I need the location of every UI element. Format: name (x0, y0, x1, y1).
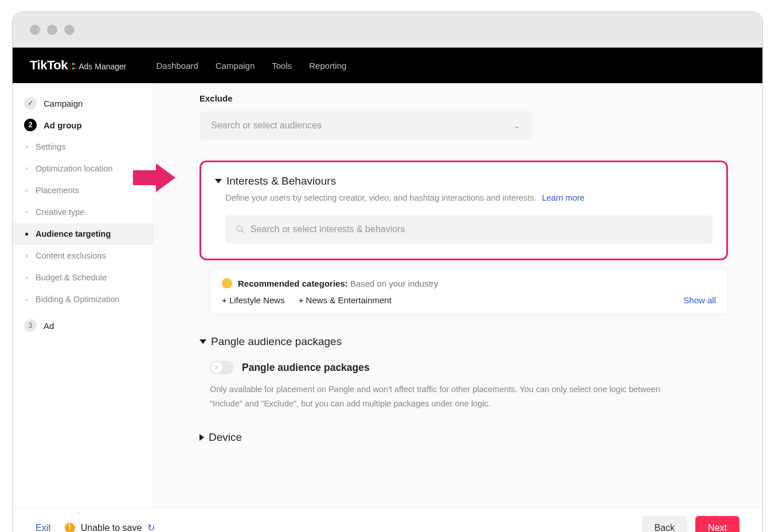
svg-line-1 (241, 230, 244, 233)
step-adgroup[interactable]: 2 Ad group (13, 114, 153, 136)
recommended-chips-row: + Lifestyle News + News & Entertainment … (222, 295, 716, 305)
show-all-link[interactable]: Show all (683, 295, 716, 305)
pangle-toggle-row: ✕ Pangle audience packages (210, 361, 728, 374)
section-header[interactable]: Interests & Behaviours (215, 175, 713, 187)
section-description: Define your users by selecting creator, … (225, 193, 713, 202)
status-text: Unable to save (81, 523, 142, 533)
sidebar-item-audience-targeting[interactable]: Audience targeting (13, 223, 153, 245)
window-dot (30, 25, 40, 35)
footer-right: Back Next (642, 516, 739, 533)
search-placeholder: Search or select interests & behaviors (250, 224, 405, 234)
save-status: Unable to save ↻ (65, 522, 155, 532)
highlight-arrow-icon (133, 163, 175, 192)
chip-lifestyle-news[interactable]: + Lifestyle News (222, 295, 285, 305)
caret-down-icon (215, 179, 222, 183)
sidebar-item-bidding-optimization[interactable]: Bidding & Optimization (13, 288, 153, 310)
step-campaign[interactable]: ✓ Campaign (13, 92, 153, 114)
sidebar-item-content-exclusions[interactable]: Content exclusions (13, 245, 153, 267)
lightbulb-icon (222, 278, 232, 288)
section-title: Interests & Behaviours (226, 175, 336, 187)
sidebar: ✓ Campaign 2 Ad group Settings Optimizat… (13, 83, 154, 507)
warning-icon (65, 523, 75, 533)
top-nav: TikTok: Ads Manager Dashboard Campaign T… (13, 48, 762, 83)
next-button[interactable]: Next (695, 516, 739, 533)
learn-more-link[interactable]: Learn more (542, 193, 584, 202)
caret-down-icon (199, 339, 206, 344)
sidebar-item-budget-schedule[interactable]: Budget & Schedule (13, 267, 153, 288)
step-number-badge: 2 (24, 119, 37, 131)
brand-name: TikTok (30, 58, 68, 73)
footer-left: Exit Unable to save ↻ (36, 522, 155, 532)
toggle-label: Pangle audience packages (242, 362, 370, 374)
step-label: Ad group (44, 120, 82, 130)
interests-behaviours-section: Interests & Behaviours Define your users… (199, 161, 728, 260)
chip-row: + Lifestyle News + News & Entertainment (222, 295, 392, 305)
svg-point-0 (237, 226, 242, 231)
pangle-toggle[interactable]: ✕ (210, 361, 234, 374)
step-ad[interactable]: 3 Ad (13, 315, 153, 337)
step-label: Ad (44, 321, 54, 331)
sidebar-item-settings[interactable]: Settings (13, 136, 153, 158)
interests-search-input[interactable]: Search or select interests & behaviors (225, 215, 713, 244)
nav-reporting[interactable]: Reporting (309, 61, 346, 71)
nav-campaign[interactable]: Campaign (216, 61, 255, 71)
main-layout: ✓ Campaign 2 Ad group Settings Optimizat… (13, 83, 762, 507)
section-title: Pangle audience packages (211, 335, 342, 348)
section-header[interactable]: Device (199, 431, 728, 444)
chip-news-entertainment[interactable]: + News & Entertainment (299, 295, 392, 305)
back-button[interactable]: Back (642, 516, 688, 533)
refresh-icon[interactable]: ↻ (147, 522, 155, 532)
section-header[interactable]: Pangle audience packages (199, 335, 728, 348)
recommended-header: Recommended categories: Based on your in… (222, 278, 716, 288)
nav-dashboard[interactable]: Dashboard (156, 61, 198, 71)
window-titlebar (13, 12, 762, 48)
device-section: Device (199, 431, 728, 461)
select-placeholder: Search or select audiences (211, 120, 322, 131)
browser-window: TikTok: Ads Manager Dashboard Campaign T… (12, 11, 763, 532)
pangle-section: Pangle audience packages ✕ Pangle audien… (199, 335, 728, 410)
window-dot (64, 25, 75, 35)
sidebar-item-creative-type[interactable]: Creative type (13, 201, 153, 223)
window-dot (47, 25, 57, 35)
check-icon: ✓ (24, 97, 37, 109)
sidebar-item-placements[interactable]: Placements (13, 179, 153, 201)
sidebar-item-optimization-location[interactable]: Optimization location (13, 158, 153, 179)
brand-sub: Ads Manager (79, 62, 126, 71)
step-label: Campaign (44, 99, 83, 108)
exit-link[interactable]: Exit (36, 523, 51, 533)
brand-colon-icon: : (71, 58, 75, 73)
footer-bar: Exit Unable to save ↻ Back Next (13, 507, 762, 532)
recommended-title: Recommended categories: Based on your in… (238, 279, 438, 288)
toggle-knob-off-icon: ✕ (211, 362, 222, 373)
nav-tools[interactable]: Tools (272, 61, 292, 71)
exclude-section: Exclude Search or select audiences ⌄ (199, 93, 728, 140)
step-number-badge: 3 (24, 319, 37, 332)
caret-right-icon (199, 434, 204, 441)
exclude-label: Exclude (199, 93, 728, 103)
search-icon (236, 225, 245, 234)
chevron-down-icon: ⌄ (514, 121, 520, 130)
section-title: Device (209, 431, 242, 444)
exclude-audience-select[interactable]: Search or select audiences ⌄ (199, 111, 532, 140)
brand: TikTok: Ads Manager (30, 58, 126, 73)
pangle-description: Only available for placement on Pangle a… (210, 382, 680, 410)
main-content: Exclude Search or select audiences ⌄ Int… (154, 83, 762, 507)
recommended-categories-box: Recommended categories: Based on your in… (210, 268, 728, 315)
nav-items: Dashboard Campaign Tools Reporting (156, 61, 346, 71)
